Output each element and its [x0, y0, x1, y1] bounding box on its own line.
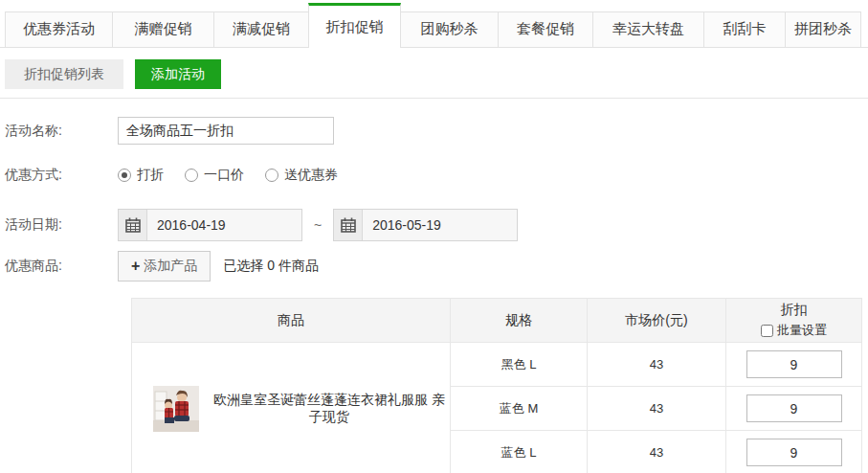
tab-lucky-wheel[interactable]: 幸运大转盘 — [592, 11, 704, 47]
col-header-spec: 规格 — [451, 299, 588, 343]
discount-products-row: 优惠商品: + 添加产品 已选择 0 件商品 — [5, 251, 868, 282]
radio-selected-icon — [118, 169, 131, 182]
end-date-value: 2016-05-19 — [363, 210, 441, 240]
activity-form: 活动名称: 优惠方式: 打折 一口价 送优惠券 活动日期: — [0, 117, 868, 282]
tab-full-reduction[interactable]: 满减促销 — [213, 11, 309, 47]
tab-full-gift[interactable]: 满赠促销 — [112, 11, 214, 47]
spec-cell: 蓝色 M — [451, 387, 588, 431]
activity-name-row: 活动名称: — [5, 117, 868, 145]
plus-icon: + — [131, 258, 140, 275]
discount-cell — [726, 431, 862, 473]
radio-yikoujia[interactable]: 一口价 — [185, 167, 244, 184]
price-cell: 43 — [588, 343, 726, 387]
radio-icon — [265, 169, 278, 182]
discount-list-button[interactable]: 折扣促销列表 — [5, 59, 123, 89]
radio-dazhe[interactable]: 打折 — [118, 167, 164, 184]
activity-date-row: 活动日期: 2016-04-19 ~ — [5, 209, 868, 241]
discount-input[interactable] — [746, 439, 842, 466]
discount-method-label: 优惠方式: — [5, 167, 118, 184]
radio-yikoujia-label: 一口价 — [204, 167, 244, 184]
tab-pintuan-seckill[interactable]: 拼团秒杀 — [785, 11, 861, 47]
price-cell: 43 — [588, 387, 726, 431]
add-product-button-label: 添加产品 — [144, 258, 197, 275]
discount-input[interactable] — [746, 394, 842, 422]
promotion-tabbar: 优惠券活动 满赠促销 满减促销 折扣促销 团购秒杀 套餐促销 幸运大转盘 刮刮卡… — [0, 0, 868, 48]
discount-products-table: 商品 规格 市场价(元) 折扣 批量设置 — [131, 298, 862, 473]
product-cell: 欧洲皇室圣诞蕾丝蓬蓬连衣裙礼服服 亲子现货 — [132, 343, 451, 473]
tab-discount-promotion[interactable]: 折扣促销 — [308, 3, 401, 48]
batch-set-label: 批量设置 — [777, 322, 827, 339]
price-cell: 43 — [588, 431, 726, 473]
start-date-input[interactable]: 2016-04-19 — [118, 209, 302, 241]
start-date-value: 2016-04-19 — [147, 210, 226, 240]
activity-date-label: 活动日期: — [5, 216, 118, 234]
radio-songyouhuiquan-label: 送优惠券 — [284, 167, 338, 184]
selected-count-hint: 已选择 0 件商品 — [223, 258, 319, 275]
tab-package-promotion[interactable]: 套餐促销 — [498, 11, 593, 47]
date-range-separator: ~ — [314, 217, 322, 233]
activity-name-label: 活动名称: — [5, 123, 118, 140]
radio-dazhe-label: 打折 — [137, 167, 164, 184]
product-name: 欧洲皇室圣诞蕾丝蓬蓬连衣裙礼服服 亲子现货 — [209, 392, 450, 426]
discount-method-row: 优惠方式: 打折 一口价 送优惠券 — [5, 167, 868, 184]
calendar-icon[interactable] — [334, 210, 363, 240]
col-header-price: 市场价(元) — [588, 299, 726, 343]
spec-cell: 黑色 L — [451, 343, 588, 387]
add-activity-button[interactable]: 添加活动 — [135, 59, 221, 89]
tab-scratch-card[interactable]: 刮刮卡 — [703, 11, 786, 47]
batch-set-checkbox[interactable] — [761, 325, 773, 337]
discount-cell — [726, 387, 862, 431]
table-header-row: 商品 规格 市场价(元) 折扣 批量设置 — [132, 299, 862, 343]
product-image — [153, 386, 199, 432]
end-date-input[interactable]: 2016-05-19 — [333, 209, 518, 241]
discount-header-title: 折扣 — [726, 302, 861, 319]
activity-name-input[interactable] — [118, 117, 334, 145]
tab-coupon-activity[interactable]: 优惠券活动 — [5, 11, 113, 47]
radio-songyouhuiquan[interactable]: 送优惠券 — [265, 167, 338, 184]
col-header-product: 商品 — [132, 299, 451, 343]
sub-toolbar: 折扣促销列表 添加活动 — [0, 48, 868, 99]
add-product-button[interactable]: + 添加产品 — [118, 251, 211, 282]
spec-cell: 蓝色 L — [451, 431, 588, 473]
discount-input[interactable] — [746, 350, 842, 378]
discount-products-label: 优惠商品: — [5, 258, 118, 275]
radio-icon — [185, 169, 198, 182]
table-row: 欧洲皇室圣诞蕾丝蓬蓬连衣裙礼服服 亲子现货 黑色 L 43 — [132, 343, 862, 387]
calendar-icon[interactable] — [119, 210, 147, 240]
discount-cell — [726, 343, 862, 387]
col-header-discount: 折扣 批量设置 — [726, 299, 862, 343]
tab-group-seckill[interactable]: 团购秒杀 — [400, 11, 499, 47]
